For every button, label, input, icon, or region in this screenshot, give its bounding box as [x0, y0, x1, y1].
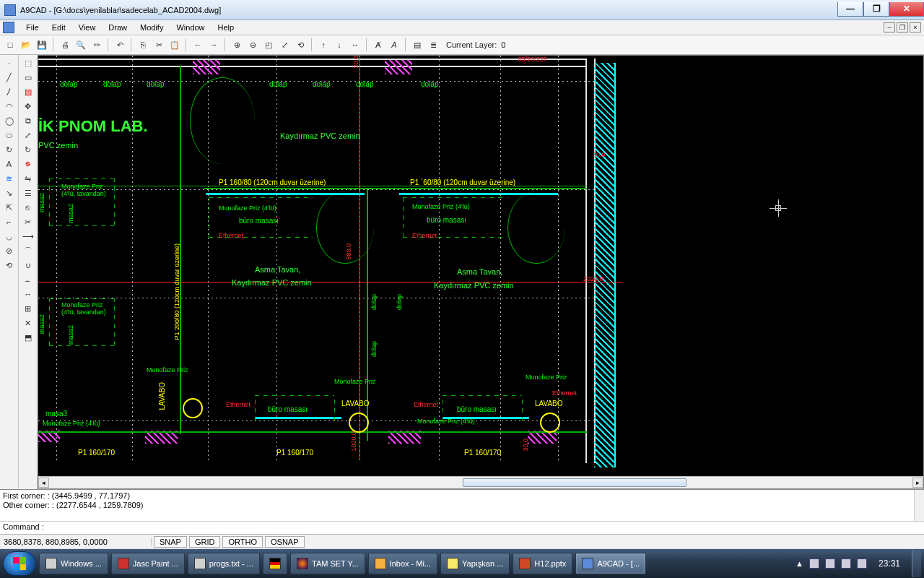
scroll-thumb[interactable]	[463, 478, 687, 487]
task-windows[interactable]: Windows ...	[39, 553, 108, 574]
tool-offset-icon[interactable]: ☰	[21, 186, 35, 199]
tool-block-icon[interactable]: ✕	[21, 316, 35, 329]
tray-icon[interactable]	[825, 558, 835, 569]
pan-left-icon[interactable]: ←	[191, 38, 205, 52]
zoom-in-icon[interactable]: ⊕	[230, 38, 244, 52]
text-icon[interactable]: A	[387, 38, 401, 52]
tool-copy2-icon[interactable]: ⧉	[21, 114, 35, 127]
mdi-minimize-button[interactable]: –	[884, 22, 895, 33]
tray-volume-icon[interactable]	[857, 558, 867, 569]
tool-mirror-icon[interactable]: ⇋	[21, 172, 35, 185]
mdi-close-button[interactable]: ×	[910, 22, 921, 33]
pan-down-icon[interactable]: ↓	[332, 38, 346, 52]
menu-draw[interactable]: Draw	[103, 22, 133, 33]
tool-fillet-icon[interactable]: ⌒	[21, 244, 35, 257]
pan-up-icon[interactable]: ↑	[316, 38, 331, 52]
undo-icon[interactable]: ↶	[113, 38, 127, 52]
tool-rotate-icon[interactable]: ↻	[2, 143, 17, 156]
osnap-toggle[interactable]: OSNAP	[265, 536, 305, 548]
task-sticky[interactable]: Yapışkan ...	[440, 553, 510, 574]
menu-file[interactable]: File	[20, 22, 45, 33]
tool-join-icon[interactable]: ∪	[21, 259, 35, 272]
new-icon[interactable]: □	[3, 38, 17, 52]
window-minimize-button[interactable]: —	[837, 2, 863, 17]
zoom-window-icon[interactable]: ◰	[261, 38, 276, 52]
tool-scale-icon[interactable]: ⤢	[21, 129, 35, 142]
menu-edit[interactable]: Edit	[46, 22, 71, 33]
print-icon[interactable]: 🖨	[58, 38, 72, 52]
drawing-canvas[interactable]: İK PNOM LAB. PVC zemin Kaydırmaz PVC zem…	[38, 56, 923, 475]
tool-explode-icon[interactable]: ✵	[21, 158, 35, 171]
task-a9cad[interactable]: A9CAD - [...	[575, 553, 646, 574]
menu-window[interactable]: Window	[170, 22, 210, 33]
scroll-right-icon[interactable]: ▸	[912, 478, 923, 488]
zoom-previous-icon[interactable]: ⟲	[293, 38, 308, 52]
tool-point-icon[interactable]: ·	[2, 56, 17, 69]
task-lang[interactable]	[263, 553, 287, 574]
pan-left2-icon[interactable]: ↔	[348, 38, 362, 52]
window-maximize-button[interactable]: ❐	[863, 2, 889, 17]
tray-network-icon[interactable]	[841, 558, 851, 569]
paste-icon[interactable]: 📋	[167, 38, 182, 52]
tool-extend-icon[interactable]: ⟶	[21, 230, 35, 243]
ortho-toggle[interactable]: ORTHO	[222, 536, 263, 548]
menu-modify[interactable]: Modify	[134, 22, 169, 33]
log-vscroll[interactable]	[914, 490, 924, 521]
h-scrollbar[interactable]: ◂ ▸	[38, 476, 923, 488]
command-prompt[interactable]: Command :	[0, 522, 924, 534]
task-pptx[interactable]: H12.pptx	[513, 553, 572, 574]
print-preview-icon[interactable]: 🔍	[74, 38, 88, 52]
tool-dim3-icon[interactable]: ⌐	[2, 215, 17, 228]
tool-erase-icon[interactable]: ▨	[21, 85, 35, 98]
start-button[interactable]	[3, 551, 36, 576]
tool-text-icon[interactable]: A	[2, 158, 17, 171]
menu-view[interactable]: View	[73, 22, 102, 33]
mdi-restore-button[interactable]: ❐	[897, 22, 908, 33]
pan-right-icon[interactable]: →	[206, 38, 221, 52]
tool-circle-icon[interactable]: ◯	[2, 114, 17, 127]
save-icon[interactable]: 💾	[35, 38, 49, 52]
tool-polyline-icon[interactable]: 〳	[2, 85, 17, 98]
tool-break-icon[interactable]: ⎋	[21, 201, 35, 214]
tool-move-icon[interactable]: ✥	[21, 100, 35, 113]
scroll-left-icon[interactable]: ◂	[38, 478, 49, 488]
open-icon[interactable]: 📂	[19, 38, 33, 52]
tool-dim6-icon[interactable]: ⟲	[2, 259, 17, 272]
system-tray[interactable]: ▲ 23:31	[796, 558, 909, 569]
text-style-icon[interactable]: A̸	[371, 38, 385, 52]
tool-dim5-icon[interactable]: ⊘	[2, 244, 17, 257]
tool-select-icon[interactable]: ⬚	[21, 56, 35, 69]
tool-rect-icon[interactable]: ▭	[21, 71, 35, 84]
tool-insert-icon[interactable]: ⬒	[21, 331, 35, 344]
tool-line-icon[interactable]: ╱	[2, 71, 17, 84]
tray-expand-icon[interactable]: ▲	[796, 559, 803, 568]
task-firefox[interactable]: TAM SET Y...	[290, 553, 365, 574]
tool-measure-icon[interactable]: ↔	[21, 288, 35, 301]
plot-icon[interactable]: ✏	[90, 38, 104, 52]
tool-dim-icon[interactable]: ↘	[2, 186, 17, 199]
layers-icon[interactable]: ▤	[410, 38, 424, 52]
window-close-button[interactable]: ✕	[889, 2, 924, 17]
tool-rotate2-icon[interactable]: ↻	[21, 143, 35, 156]
tool-dim4-icon[interactable]: ◡	[2, 230, 17, 243]
task-jasc[interactable]: Jasc Paint ...	[111, 553, 185, 574]
tray-icon[interactable]	[809, 558, 819, 569]
grid-toggle[interactable]: GRID	[189, 536, 221, 548]
zoom-out-icon[interactable]: ⊖	[245, 38, 260, 52]
linetype-icon[interactable]: ≣	[426, 38, 440, 52]
zoom-extents-icon[interactable]: ⤢	[277, 38, 292, 52]
clock[interactable]: 23:31	[873, 558, 906, 569]
tool-align-icon[interactable]: ⫠	[21, 273, 35, 286]
task-progs[interactable]: progs.txt - ...	[188, 553, 260, 574]
cut-icon[interactable]: ✂	[152, 38, 166, 52]
tool-array-icon[interactable]: ⊞	[21, 302, 35, 315]
snap-toggle[interactable]: SNAP	[154, 536, 187, 548]
task-inbox[interactable]: Inbox - Mi...	[368, 553, 437, 574]
show-desktop-button[interactable]	[912, 550, 921, 577]
tool-dim2-icon[interactable]: ⇱	[2, 201, 17, 214]
menu-help[interactable]: Help	[212, 22, 240, 33]
tool-trim-icon[interactable]: ✂	[21, 215, 35, 228]
tool-ellipse-icon[interactable]: ⬭	[2, 129, 17, 142]
tool-arc-icon[interactable]: ◠	[2, 100, 17, 113]
tool-hatch-icon[interactable]: ≋	[2, 172, 17, 185]
